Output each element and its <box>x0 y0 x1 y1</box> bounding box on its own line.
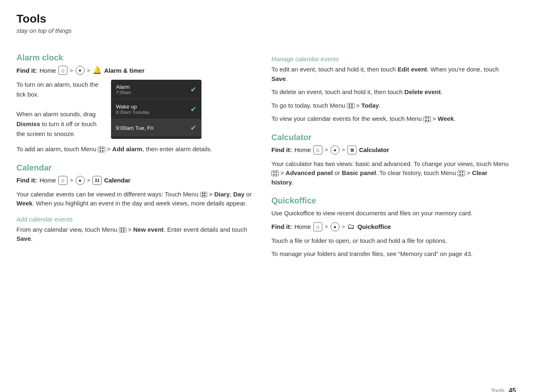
alarm-row-2-info: Wake up 8:30am Tuesday <box>116 104 149 115</box>
dot-grid-calendar <box>202 193 206 197</box>
calendar-title: Calendar <box>16 163 255 173</box>
quickoffice-home-icon: ⌂ <box>313 222 322 231</box>
calculator-app-icon: ▦ <box>347 145 356 154</box>
quickoffice-app-name: Quickoffice <box>357 223 391 230</box>
calendar-find-it: Find it: Home ⌂ > ● > 31 Calendar <box>16 176 255 185</box>
alarm-widget-container: To turn on an alarm, touch the tick box.… <box>16 80 255 139</box>
quickoffice-text3: To manage your folders and transfer file… <box>271 249 510 259</box>
quickoffice-arrow1: > <box>325 224 328 230</box>
quickoffice-text2: Touch a file or folder to open, or touch… <box>271 236 510 246</box>
alarm-label-2: Wake up <box>116 104 149 110</box>
alarm-find-it: Find it: Home ⌂ > ● > 🔔 Alarm & timer <box>16 66 255 75</box>
menu-icon-calc2 <box>458 171 465 176</box>
quickoffice-arrow2: > <box>342 224 345 230</box>
find-it-label: Find it: <box>16 67 37 74</box>
page-footer: Tools 45 <box>491 387 516 392</box>
calculator-text: Your calculator has two views: basic and… <box>271 159 510 187</box>
alarm-row-1: Alarm 7:00am ✔ <box>111 80 201 99</box>
calculator-circle-icon: ● <box>331 145 340 154</box>
app-name-alarm: Alarm & timer <box>104 67 144 74</box>
arrow1: > <box>70 67 73 74</box>
calendar-text1: Your calendar events can be viewed in di… <box>16 190 255 208</box>
quickoffice-text1: Use Quickoffice to view recent documents… <box>271 209 510 218</box>
alarm-check-2: ✔ <box>190 105 197 114</box>
alarm-text1: To turn on an alarm, touch the tick box. <box>16 80 99 99</box>
calendar-arrow2: > <box>87 177 90 183</box>
calculator-home-icon: ⌂ <box>313 145 322 154</box>
home-icon: ⌂ <box>58 66 67 75</box>
calendar-home-icon: ⌂ <box>58 176 67 185</box>
alarm-row-3-info: 9:00am Tue, Fri <box>116 125 153 131</box>
alarm-check-3: ✔ <box>190 123 197 132</box>
calendar-app-name: Calendar <box>104 177 130 184</box>
menu-icon-week <box>423 116 431 122</box>
menu-icon-add-alarm <box>98 147 105 152</box>
alarm-add-text: To add an alarm, touch Menu > Add alarm,… <box>16 145 255 154</box>
manage-calendar-text2: To delete an event, touch and hold it, t… <box>271 88 510 97</box>
alarm-check-1: ✔ <box>190 85 197 94</box>
alarm-row-2: Wake up 8:30am Tuesday ✔ <box>111 99 201 119</box>
right-column: Manage calendar events To edit an event,… <box>271 44 510 263</box>
menu-icon-today <box>347 103 354 109</box>
left-column: Alarm clock Find it: Home ⌂ > ● > 🔔 Alar… <box>16 44 255 263</box>
alarm-icon: 🔔 <box>93 66 102 75</box>
calculator-find-it-label: Find it: <box>271 146 292 153</box>
quickoffice-home-text: Home <box>294 223 311 230</box>
calendar-home-text: Home <box>39 177 56 184</box>
quickoffice-title: Quickoffice <box>271 196 510 205</box>
calendar-arrow1: > <box>70 177 73 183</box>
add-calendar-events-title: Add calendar events <box>16 216 255 223</box>
page-subtitle: stay on top of things <box>16 27 537 34</box>
calculator-title: Calculator <box>271 133 510 142</box>
calculator-home-text: Home <box>294 146 311 153</box>
alarm-row-1-info: Alarm 7:00am <box>116 84 131 95</box>
quickoffice-find-it-label: Find it: <box>271 223 292 230</box>
manage-calendar-text1: To edit an event, touch and hold it, the… <box>271 65 510 83</box>
quickoffice-circle-icon: ● <box>331 222 340 231</box>
menu-icon-calc <box>271 171 279 176</box>
footer-page-number: 45 <box>509 387 516 392</box>
alarm-label-1: Alarm <box>116 84 131 90</box>
calculator-app-name: Calculator <box>359 146 389 153</box>
calculator-arrow2: > <box>342 147 345 153</box>
calculator-arrow1: > <box>325 147 328 153</box>
quickoffice-app-icon: 🗂 <box>347 222 355 231</box>
alarm-text-block: To turn on an alarm, touch the tick box.… <box>16 80 99 139</box>
alarm-time-1: 7:00am <box>116 90 131 95</box>
calendar-31-icon: 31 <box>93 176 102 185</box>
manage-calendar-text3: To go to today, touch Menu > Today. <box>271 101 510 111</box>
quickoffice-find-it: Find it: Home ⌂ > ● > 🗂 Quickoffice <box>271 222 510 231</box>
find-it-home-text: Home <box>39 67 56 74</box>
page-title: Tools <box>16 12 537 25</box>
dot-grid-today <box>349 104 353 108</box>
alarm-widget: Alarm 7:00am ✔ Wake up 8:30am Tuesday ✔ … <box>111 80 201 139</box>
dot-grid-icon <box>99 148 104 152</box>
alarm-row-3: 9:00am Tue, Fri ✔ <box>111 119 201 136</box>
manage-calendar-subtitle: Manage calendar events <box>271 55 510 62</box>
alarm-label-3: 9:00am Tue, Fri <box>116 125 153 131</box>
manage-calendar-text4: To view your calendar events for the wee… <box>271 114 510 124</box>
footer-section: Tools <box>491 387 505 392</box>
alarm-text2: When an alarm sounds, drag Dismiss to tu… <box>16 109 99 139</box>
arrow2: > <box>87 67 90 74</box>
circle-dot-icon: ● <box>76 66 85 75</box>
calendar-circle-icon: ● <box>76 176 85 185</box>
dot-grid-calc <box>273 171 277 175</box>
dot-grid-add-event <box>120 228 125 232</box>
alarm-time-2: 8:30am Tuesday <box>116 110 149 115</box>
calendar-find-it-label: Find it: <box>16 177 37 184</box>
dot-grid-week <box>425 117 429 121</box>
dot-grid-calc2 <box>459 171 463 175</box>
add-calendar-text: From any calendar view, touch Menu > New… <box>16 225 255 244</box>
alarm-clock-title: Alarm clock <box>16 53 255 62</box>
menu-icon-add-event <box>119 227 126 233</box>
calculator-find-it: Find it: Home ⌂ > ● > ▦ Calculator <box>271 145 510 154</box>
menu-icon-calendar <box>200 192 208 198</box>
